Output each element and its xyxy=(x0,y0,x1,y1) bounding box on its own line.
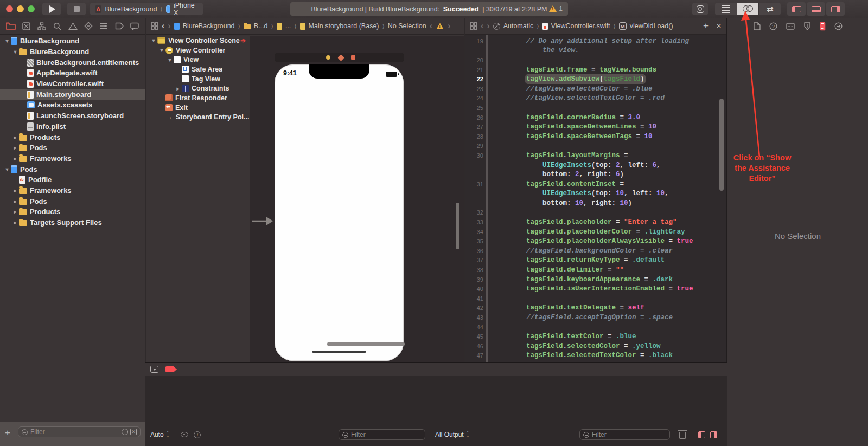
code-line[interactable]: UIEdgeInsets(top: 10, left: 10, xyxy=(465,189,726,199)
tree-item[interactable]: AppDelegate.swift xyxy=(0,68,145,79)
tree-item[interactable]: Info.plist xyxy=(0,121,145,132)
code-line[interactable]: 26 tagsField.cornerRadius = 3.0 xyxy=(465,113,726,122)
breadcrumb-item[interactable]: ... xyxy=(285,22,291,30)
assistant-editor-button[interactable] xyxy=(737,3,760,15)
tree-item[interactable]: ▸Products xyxy=(0,206,145,217)
disclosure-closed-icon[interactable]: ▸ xyxy=(11,156,19,161)
tree-item[interactable]: ▸Targets Support Files xyxy=(0,217,145,228)
back-button[interactable]: ‹ xyxy=(481,22,483,30)
file-inspector-tab[interactable] xyxy=(754,22,761,30)
storyboard-entry-point-arrow[interactable] xyxy=(251,215,274,228)
tree-item[interactable]: ▸Frameworks xyxy=(0,153,145,164)
tree-item[interactable]: BlureBackground.entitlements xyxy=(0,57,145,68)
code-line[interactable]: 39 tagsField.keyboardAppearance = .dark xyxy=(465,275,726,285)
code-line[interactable]: bottom: 2, right: 6) xyxy=(465,170,726,179)
find-navigator-tab[interactable] xyxy=(52,21,63,31)
project-navigator-tab[interactable] xyxy=(5,21,16,31)
report-navigator-tab[interactable] xyxy=(129,21,140,31)
jump-bar-symbol[interactable]: viewDidLoad() xyxy=(630,22,673,30)
code-line[interactable]: 27 tagsField.spaceBetweenLines = 10 xyxy=(465,122,726,132)
tree-item[interactable]: Storyboard Entry Poi... xyxy=(146,113,250,122)
code-line[interactable]: 43 //tagsField.acceptTagOption = .space xyxy=(465,313,726,322)
size-inspector-tab[interactable] xyxy=(820,22,826,31)
zoom-window-button[interactable] xyxy=(28,5,35,12)
clear-console-icon[interactable] xyxy=(679,432,686,439)
tree-item[interactable]: First Responder xyxy=(146,93,250,103)
tree-item[interactable]: ▸Constraints xyxy=(146,83,250,93)
back-button[interactable]: ‹ xyxy=(162,22,164,30)
tree-item[interactable]: ▾View xyxy=(146,55,250,64)
breakpoint-navigator-tab[interactable] xyxy=(114,21,125,31)
attributes-inspector-tab[interactable] xyxy=(803,22,811,30)
warning-count[interactable]: 1 xyxy=(549,5,563,12)
tree-item[interactable]: ▾BlureBackground xyxy=(0,47,145,57)
canvas-horizontal-scrollbar[interactable] xyxy=(327,342,405,346)
tree-item[interactable]: ▾BlureBackground xyxy=(0,36,145,47)
disclosure-closed-icon[interactable]: ▸ xyxy=(11,134,19,140)
code-line[interactable]: 44 xyxy=(465,322,726,332)
disclosure-closed-icon[interactable]: ▸ xyxy=(11,219,19,225)
symbol-navigator-tab[interactable] xyxy=(36,21,47,31)
connections-inspector-tab[interactable] xyxy=(834,22,843,30)
show-variables-view-icon[interactable] xyxy=(698,431,705,438)
code-line[interactable]: 31 tagsField.contentInset = xyxy=(465,179,726,189)
tree-item[interactable]: ▸Products xyxy=(0,132,145,143)
disclosure-closed-icon[interactable]: ▸ xyxy=(11,145,19,151)
code-line[interactable]: 42 tagsField.textDelegate = self xyxy=(465,303,726,313)
code-line[interactable]: 35 tagsField.placeholderAlwaysVisible = … xyxy=(465,236,726,246)
disclosure-open-icon[interactable]: ▾ xyxy=(158,47,165,53)
tree-item[interactable]: ▸Pods xyxy=(0,143,145,153)
code-line[interactable]: 47 tagsField.selectedTextColor = .black xyxy=(465,351,726,361)
disclosure-open-icon[interactable]: ▾ xyxy=(3,38,11,44)
tree-item[interactable]: ▸Frameworks xyxy=(0,185,145,196)
breadcrumb-item[interactable]: BlureBackground xyxy=(183,22,235,30)
tree-item[interactable]: ▾Pods xyxy=(0,164,145,174)
code-line[interactable]: 38 tagsField.delimiter = "" xyxy=(465,265,726,275)
code-line[interactable]: the view. xyxy=(465,46,726,56)
tree-item[interactable]: Safe Area xyxy=(146,64,250,74)
recent-files-icon[interactable] xyxy=(122,429,128,435)
code-line[interactable]: 22 tagView.addSubview(tagsField) xyxy=(465,74,726,84)
code-line[interactable]: 21 tagsField.frame = tagView.bounds xyxy=(465,65,726,75)
canvas-vertical-scrollbar[interactable] xyxy=(456,203,459,249)
run-button[interactable] xyxy=(42,3,61,15)
code-line[interactable]: 20 xyxy=(465,55,726,65)
tree-item[interactable]: Assets.xcassets xyxy=(0,100,145,111)
tree-item[interactable]: Main.storyboard xyxy=(0,89,145,100)
code-line[interactable]: 45 tagsField.textColor = .blue xyxy=(465,332,726,341)
disclosure-closed-icon[interactable]: ▸ xyxy=(11,188,19,193)
tree-item[interactable]: Tag View xyxy=(146,74,250,84)
variables-filter-field[interactable]: Filter xyxy=(339,429,425,440)
code-line[interactable]: 32 xyxy=(465,208,726,218)
exit-dock-icon[interactable] xyxy=(351,55,355,60)
forward-button[interactable]: › xyxy=(168,22,170,30)
disclosure-open-icon[interactable]: ▾ xyxy=(11,49,19,55)
jump-bar-file[interactable]: ViewController.swift xyxy=(551,22,610,30)
tree-item[interactable]: Podfile xyxy=(0,174,145,185)
tree-item[interactable]: ▾View Controller Scene➔ xyxy=(146,36,250,46)
disclosure-closed-icon[interactable]: ▸ xyxy=(11,209,19,215)
debug-navigator-tab[interactable] xyxy=(98,21,109,31)
scheme-selector[interactable]: A BlureBackground ⟩ iPhone X xyxy=(90,3,203,15)
source-control-status-icon[interactable]: ✕ xyxy=(130,429,137,435)
hide-inspector-button[interactable] xyxy=(826,2,845,16)
view-controller-screen[interactable]: 9:41 xyxy=(275,64,404,361)
navigator-filter-field[interactable]: Filter ✕ xyxy=(18,426,141,437)
variables-scope-selector[interactable]: Auto xyxy=(150,431,164,438)
code-line[interactable]: 41 xyxy=(465,294,726,303)
standard-editor-button[interactable] xyxy=(715,3,737,15)
code-line[interactable]: 40 tagsField.isUserInteractionEnabled = … xyxy=(465,284,726,294)
close-window-button[interactable] xyxy=(6,5,13,12)
tree-item[interactable]: Exit xyxy=(146,103,250,113)
jump-bar-automatic[interactable]: Automatic xyxy=(503,22,534,30)
debug-area-toggle-icon[interactable] xyxy=(150,366,158,373)
add-file-button[interactable]: + xyxy=(5,428,10,437)
disclosure-open-icon[interactable]: ▾ xyxy=(150,37,157,43)
hide-navigator-button[interactable] xyxy=(787,2,806,16)
code-line[interactable]: 33 tagsField.placeholder = "Enter a tag" xyxy=(465,217,726,227)
test-navigator-tab[interactable] xyxy=(83,21,94,31)
close-editor-button[interactable]: ✕ xyxy=(716,22,722,30)
code-line[interactable]: 25 xyxy=(465,103,726,113)
next-issue-button[interactable]: › xyxy=(448,22,450,30)
first-responder-dock-icon[interactable] xyxy=(337,54,344,61)
